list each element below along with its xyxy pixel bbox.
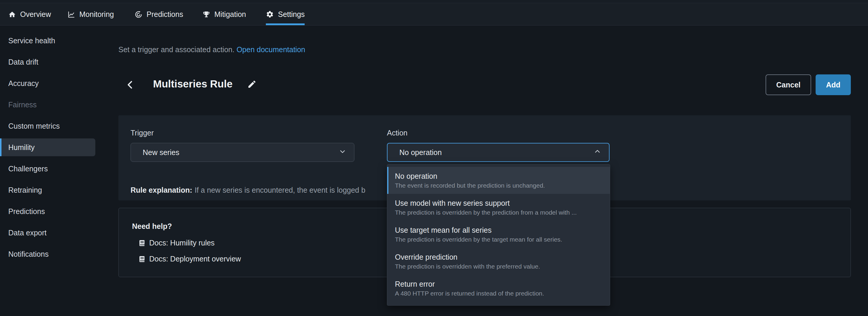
sidebar-item-service-health[interactable]: Service health — [0, 32, 96, 50]
menu-option-description: The prediction is overridden by the pred… — [395, 208, 610, 217]
nav-tab-predictions[interactable]: Predictions — [135, 4, 183, 25]
nav-tab-monitoring[interactable]: Monitoring — [67, 4, 114, 25]
cancel-button[interactable]: Cancel — [766, 75, 811, 95]
monitoring-icon — [67, 11, 75, 18]
sidebar-item-label: Challengers — [8, 165, 48, 173]
window-top-strip — [0, 0, 868, 3]
subtitle-text: Set a trigger and associated action. — [118, 45, 235, 54]
sidebar-item-retraining[interactable]: Retraining — [0, 181, 96, 199]
menu-option-title: No operation — [395, 171, 610, 181]
nav-tab-label: Overview — [20, 10, 51, 19]
back-button[interactable] — [124, 79, 136, 91]
sidebar-item-fairness: Fairness — [0, 96, 96, 114]
trigger-label: Trigger — [130, 128, 154, 137]
book-icon — [138, 239, 146, 247]
action-dropdown-menu: No operation The event is recorded but t… — [387, 164, 610, 306]
menu-option-override-prediction[interactable]: Override prediction The prediction is ov… — [387, 248, 610, 275]
chevron-down-icon — [339, 148, 346, 157]
sidebar-item-accuracy[interactable]: Accuracy — [0, 75, 96, 92]
menu-option-title: Override prediction — [395, 252, 610, 262]
sidebar-item-label: Predictions — [8, 207, 45, 216]
sidebar-item-label: Retraining — [8, 186, 42, 195]
sidebar-item-label: Accuracy — [8, 79, 39, 88]
sidebar-item-data-drift[interactable]: Data drift — [0, 53, 96, 71]
nav-tab-overview[interactable]: Overview — [8, 4, 51, 25]
menu-option-title: Return error — [395, 279, 610, 289]
mitigation-icon — [203, 11, 210, 18]
home-icon — [8, 11, 16, 18]
docs-deployment-overview-link[interactable]: Docs: Deployment overview — [138, 255, 241, 263]
need-help-heading: Need help? — [132, 222, 172, 231]
settings-icon — [266, 10, 274, 18]
sidebar-item-label: Custom metrics — [8, 122, 60, 131]
rule-explanation: Rule explanation:If a new series is enco… — [130, 186, 365, 195]
add-button[interactable]: Add — [815, 75, 851, 95]
rule-explanation-text: If a new series is encountered, the even… — [194, 186, 365, 194]
nav-tab-settings[interactable]: Settings — [266, 4, 305, 25]
nav-tab-mitigation[interactable]: Mitigation — [203, 4, 246, 25]
nav-tab-label: Monitoring — [79, 10, 114, 19]
predictions-icon — [135, 11, 143, 18]
book-icon — [138, 255, 146, 263]
nav-tab-label: Settings — [278, 10, 305, 19]
menu-option-no-operation[interactable]: No operation The event is recorded but t… — [387, 167, 610, 194]
rule-explanation-label: Rule explanation: — [130, 186, 192, 194]
sidebar-item-challengers[interactable]: Challengers — [0, 160, 96, 178]
settings-sidebar: Service health Data drift Accuracy Fairn… — [0, 26, 96, 316]
docs-humility-rules-link[interactable]: Docs: Humility rules — [138, 239, 215, 247]
sidebar-item-label: Humility — [8, 143, 35, 152]
top-navbar: Overview Monitoring Predictions — [0, 4, 868, 26]
menu-option-description: The event is recorded but the prediction… — [395, 181, 610, 190]
edit-title-icon[interactable] — [247, 80, 257, 89]
sidebar-item-humility[interactable]: Humility — [0, 138, 95, 156]
menu-option-description: A 480 HTTP error is returned instead of … — [395, 289, 610, 298]
chevron-up-icon — [594, 148, 601, 157]
doc-link-label: Docs: Deployment overview — [149, 255, 241, 263]
page-title: Multiseries Rule — [153, 78, 232, 90]
doc-link-label: Docs: Humility rules — [149, 239, 215, 247]
sidebar-item-predictions[interactable]: Predictions — [0, 202, 96, 220]
action-label: Action — [387, 128, 407, 137]
menu-option-title: Use target mean for all series — [395, 225, 610, 235]
sidebar-item-notifications[interactable]: Notifications — [0, 245, 96, 263]
nav-tab-label: Mitigation — [214, 10, 246, 19]
sidebar-item-label: Data drift — [8, 58, 38, 66]
sidebar-item-data-export[interactable]: Data export — [0, 224, 96, 241]
menu-option-description: The prediction is overridden by the targ… — [395, 235, 610, 244]
menu-option-title: Use model with new series support — [395, 198, 610, 208]
app-window: Overview Monitoring Predictions — [0, 0, 868, 316]
menu-option-use-model-with-new-series-support[interactable]: Use model with new series support The pr… — [387, 194, 610, 221]
trigger-select-value: New series — [143, 148, 179, 157]
sidebar-item-label: Fairness — [8, 100, 37, 109]
menu-option-return-error[interactable]: Return error A 480 HTTP error is returne… — [387, 275, 610, 302]
open-documentation-link[interactable]: Open documentation — [237, 45, 305, 54]
sidebar-item-custom-metrics[interactable]: Custom metrics — [0, 117, 96, 135]
action-select[interactable]: No operation — [387, 143, 610, 162]
action-select-value: No operation — [399, 148, 442, 157]
page-subtitle: Set a trigger and associated action. Ope… — [118, 45, 305, 54]
menu-option-description: The prediction is overridden with the pr… — [395, 262, 610, 271]
sidebar-item-label: Service health — [8, 36, 55, 45]
trigger-select[interactable]: New series — [130, 143, 354, 162]
menu-option-use-target-mean-for-all-series[interactable]: Use target mean for all series The predi… — [387, 221, 610, 248]
sidebar-item-label: Notifications — [8, 250, 49, 258]
sidebar-item-label: Data export — [8, 229, 46, 237]
nav-tab-label: Predictions — [147, 10, 183, 19]
